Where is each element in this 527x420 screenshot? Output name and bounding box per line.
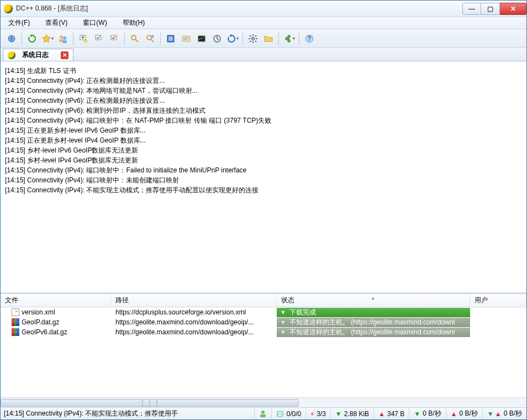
network-stats-button[interactable] bbox=[195, 32, 208, 45]
window-title: DC++ 0.868 - [系统日志] bbox=[16, 4, 462, 13]
users-button[interactable] bbox=[56, 32, 70, 45]
svg-rect-15 bbox=[168, 36, 173, 41]
status-down-total: ▼ 2.88 KiB bbox=[330, 408, 373, 419]
log-line: [14:15] 乡村-level IPv6 GeoIP数据库无法更新 bbox=[5, 145, 522, 155]
svg-point-11 bbox=[147, 35, 151, 40]
close-button[interactable]: ✕ bbox=[500, 3, 526, 15]
finished-downloads-button[interactable] bbox=[92, 32, 106, 45]
col-user[interactable]: 用户 bbox=[470, 294, 526, 307]
file-path: https://dcplusplus.sourceforge.io/versio… bbox=[111, 308, 277, 316]
hubs-button[interactable] bbox=[5, 32, 18, 45]
search-button[interactable] bbox=[128, 32, 141, 45]
favorites-button[interactable] bbox=[41, 32, 54, 45]
svg-point-22 bbox=[251, 37, 255, 40]
tab-close-button[interactable]: ✕ bbox=[61, 51, 68, 59]
file-name: version.xml bbox=[22, 308, 55, 316]
log-line: [14:15] Connectivity (IPv4): 端口映射中：未能创建端… bbox=[5, 175, 522, 185]
plugins-button[interactable] bbox=[282, 32, 296, 45]
svg-line-28 bbox=[255, 41, 256, 42]
slots-icon bbox=[276, 410, 284, 418]
log-line: [14:15] Connectivity (IPv4): 端口映射中：在 NAT… bbox=[5, 116, 522, 125]
toolbar: ? bbox=[1, 29, 526, 48]
reconnect-button[interactable] bbox=[25, 32, 39, 45]
h-scrollbar[interactable]: ⋮⋮⋮ bbox=[1, 397, 526, 407]
sort-asc-icon: ▴ bbox=[372, 295, 375, 301]
tab-system-log[interactable]: 系统日志 ✕ bbox=[3, 49, 73, 61]
svg-rect-4 bbox=[62, 40, 67, 43]
geoip-file-icon bbox=[12, 318, 19, 326]
down-arrow-icon: ▼ bbox=[414, 410, 420, 418]
status-hubs: ⌖ 3/3 bbox=[305, 408, 330, 419]
svg-line-27 bbox=[250, 35, 251, 36]
svg-line-12 bbox=[151, 39, 154, 42]
log-line: [14:15] 正在更新乡村-level IPv6 GeoIP 数据库... bbox=[5, 125, 522, 135]
download-pane: 文件 路径 ▴状态 用户 version.xmlhttps://dcpluspl… bbox=[1, 293, 526, 407]
svg-point-33 bbox=[261, 411, 265, 414]
file-name: GeoIP.dat.gz bbox=[22, 318, 60, 326]
down-arrow-icon: ▼ bbox=[280, 329, 286, 335]
away-icon bbox=[259, 410, 267, 418]
svg-point-2 bbox=[63, 36, 66, 40]
status-up-total: ▲ 347 B bbox=[373, 408, 409, 419]
tab-icon bbox=[8, 51, 15, 59]
up-arrow-icon: ▲ bbox=[378, 410, 385, 418]
log-line: [14:15] Connectivity (IPv6): 检测到外部IP，选择直… bbox=[5, 106, 522, 116]
download-rows[interactable]: version.xmlhttps://dcplusplus.sourceforg… bbox=[1, 307, 526, 397]
down-arrow-icon: ▼ bbox=[280, 309, 286, 316]
download-queue-button[interactable] bbox=[77, 32, 90, 45]
status-up-rate: ▲ 0 B/秒 bbox=[446, 408, 482, 419]
download-row[interactable]: version.xmlhttps://dcplusplus.sourceforg… bbox=[1, 307, 526, 317]
log-line: [14:15] Connectivity (IPv4): 不能实现主动模式；推荐… bbox=[5, 185, 522, 195]
finished-uploads-button[interactable] bbox=[108, 32, 121, 45]
file-path: https://geolite.maxmind.com/download/geo… bbox=[111, 318, 277, 326]
download-row[interactable]: GeoIP.dat.gzhttps://geolite.maxmind.com/… bbox=[1, 317, 526, 327]
file-icon bbox=[12, 308, 19, 316]
menu-file[interactable]: 文件(F) bbox=[3, 17, 40, 29]
col-file[interactable]: 文件 bbox=[1, 294, 111, 307]
log-line: [14:15] Connectivity (IPv6): 正在检测最好的连接设置… bbox=[5, 96, 522, 106]
adl-search-button[interactable] bbox=[144, 32, 157, 45]
refresh-filelist-button[interactable] bbox=[226, 32, 239, 45]
tab-label: 系统日志 bbox=[19, 50, 52, 60]
col-status[interactable]: ▴状态 bbox=[277, 294, 470, 307]
svg-line-10 bbox=[135, 39, 138, 42]
file-status: ▼不知道这样的主机。 (https://geolite.maxmind.com/… bbox=[277, 318, 470, 327]
status-net-rate: ▼ ▲ 0 B/秒 bbox=[482, 408, 526, 419]
title-bar: DC++ 0.868 - [系统日志] — ▢ ✕ bbox=[1, 1, 526, 17]
log-line: [14:15] 乡村-level IPv4 GeoIP数据库无法更新 bbox=[5, 155, 522, 165]
status-down-rate: ▼ 0 B/秒 bbox=[409, 408, 445, 419]
menu-window[interactable]: 窗口(W) bbox=[77, 17, 117, 29]
help-button[interactable]: ? bbox=[303, 32, 316, 45]
settings-button[interactable] bbox=[246, 32, 260, 45]
hash-progress-button[interactable] bbox=[210, 32, 224, 45]
notepad-button[interactable] bbox=[164, 32, 177, 45]
open-file-list-button[interactable] bbox=[262, 32, 275, 45]
download-row[interactable]: GeoIPv6.dat.gzhttps://geolite.maxmind.co… bbox=[1, 327, 526, 337]
status-slots: 0/0/0 bbox=[271, 408, 305, 419]
down-arrow-icon: ▼ bbox=[487, 410, 494, 418]
status-away[interactable] bbox=[254, 408, 271, 419]
scrollbar-thumb[interactable]: ⋮⋮⋮ bbox=[1, 399, 299, 407]
maximize-button[interactable]: ▢ bbox=[481, 3, 500, 15]
svg-rect-34 bbox=[260, 414, 266, 417]
down-arrow-icon: ▼ bbox=[280, 319, 286, 326]
log-line: [14:15] Connectivity (IPv4): 本地网络可能是NAT，… bbox=[5, 86, 522, 96]
hubs-icon: ⌖ bbox=[310, 410, 314, 418]
system-log-button[interactable] bbox=[180, 32, 193, 45]
menu-view[interactable]: 查看(V) bbox=[40, 17, 77, 29]
up-arrow-icon: ▲ bbox=[495, 410, 502, 418]
col-path[interactable]: 路径 bbox=[111, 294, 277, 307]
svg-point-6 bbox=[84, 39, 87, 43]
download-header: 文件 路径 ▴状态 用户 bbox=[1, 294, 526, 307]
file-name: GeoIPv6.dat.gz bbox=[22, 328, 67, 336]
log-line: [14:15] Connectivity (IPv4): 正在检测最好的连接设置… bbox=[5, 76, 522, 86]
log-line: [14:15] 生成新 TLS 证书 bbox=[5, 66, 522, 76]
minimize-button[interactable]: — bbox=[462, 3, 481, 15]
menu-help[interactable]: 帮助(H) bbox=[117, 17, 155, 29]
system-log-pane[interactable]: [14:15] 生成新 TLS 证书[14:15] Connectivity (… bbox=[1, 61, 526, 293]
app-icon bbox=[4, 4, 13, 13]
svg-point-1 bbox=[60, 35, 63, 39]
file-status: ▼不知道这样的主机。 (https://geolite.maxmind.com/… bbox=[277, 328, 470, 337]
status-bar: [14:15] Connectivity (IPv4): 不能实现主动模式；推荐… bbox=[1, 407, 526, 419]
up-arrow-icon: ▲ bbox=[451, 410, 457, 418]
